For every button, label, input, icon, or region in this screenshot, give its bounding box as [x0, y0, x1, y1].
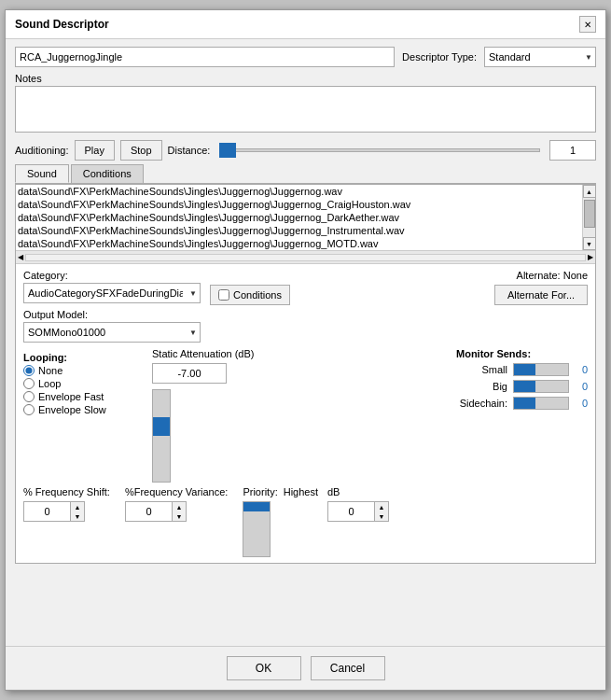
- monitor-big-slider[interactable]: [513, 380, 569, 393]
- category-select-wrapper: AudioCategorySFXFadeDuringDialogue Audio…: [23, 283, 201, 303]
- looping-atten-monitor-row: Looping: None Loop: [23, 348, 588, 483]
- cancel-button[interactable]: Cancel: [311, 656, 385, 680]
- list-item[interactable]: data\Sound\FX\PerkMachineSounds\Jingles\…: [16, 198, 582, 211]
- static-attenuation-input[interactable]: [152, 363, 227, 384]
- monitor-sends-section: Monitor Sends: Small 0 Big: [456, 348, 588, 410]
- freq-shift-section: % Frequency Shift: ▲ ▼: [23, 486, 110, 522]
- conditions-checkbox[interactable]: Conditions: [210, 285, 290, 305]
- scroll-right-arrow[interactable]: ▶: [588, 253, 593, 261]
- alternate-for-button[interactable]: Alternate For...: [494, 285, 588, 305]
- list-item[interactable]: data\Sound\FX\PerkMachineSounds\Jingles\…: [16, 185, 582, 198]
- dialog-body: Descriptor Type: Standard Ambient Music …: [6, 39, 605, 646]
- scroll-down-arrow[interactable]: ▼: [583, 237, 596, 250]
- freq-shift-up[interactable]: ▲: [71, 502, 84, 511]
- conditions-check[interactable]: [218, 289, 229, 301]
- priority-section: Priority: Highest: [243, 486, 318, 557]
- list-item[interactable]: data\Sound\FX\PerkMachineSounds\Jingles\…: [16, 211, 582, 224]
- output-model-select[interactable]: SOMMono01000 SOMStereo01000: [23, 322, 201, 343]
- freq-shift-down[interactable]: ▼: [71, 511, 84, 521]
- notes-textarea[interactable]: [15, 86, 596, 133]
- loop-loop-row: Loop: [23, 378, 145, 389]
- looping-radio-group: None Loop Envelope Fast: [23, 365, 145, 415]
- db-spinbox: ▲ ▼: [327, 501, 389, 522]
- freq-shift-arrows: ▲ ▼: [70, 501, 85, 522]
- scroll-thumb[interactable]: [584, 200, 595, 228]
- looping-section: Looping: None Loop: [23, 352, 145, 415]
- monitor-big-value: 0: [575, 381, 588, 392]
- freq-shift-spinbox: ▲ ▼: [23, 501, 110, 522]
- loop-loop-radio[interactable]: [23, 378, 35, 389]
- db-label: dB: [327, 486, 389, 497]
- monitor-small-label: Small: [456, 364, 507, 375]
- priority-slider-vertical[interactable]: [243, 501, 271, 557]
- freq-shift-label: % Frequency Shift:: [23, 486, 110, 497]
- priority-slider-thumb: [243, 502, 270, 511]
- alternate-section: Alternate: None Alternate For...: [494, 270, 588, 305]
- cat-cond-alt-row: Category: AudioCategorySFXFadeDuringDial…: [23, 270, 588, 305]
- ok-button[interactable]: OK: [227, 656, 301, 680]
- priority-db-section: Priority: Highest dB: [243, 486, 389, 557]
- conditions-label: Conditions: [233, 289, 282, 301]
- monitor-small-row: Small 0: [456, 363, 588, 376]
- auditioning-row: Auditioning: Play Stop Distance:: [15, 140, 596, 161]
- monitor-sidechain-slider[interactable]: [513, 397, 569, 410]
- atten-slider-container: [152, 389, 171, 483]
- tab-sound[interactable]: Sound: [15, 164, 69, 183]
- loop-env-slow-radio[interactable]: [23, 404, 35, 415]
- stop-button[interactable]: Stop: [120, 140, 162, 161]
- dialog-title: Sound Descriptor: [15, 18, 109, 31]
- file-list-scrollbar[interactable]: ▲ ▼: [582, 185, 595, 250]
- scroll-up-arrow[interactable]: ▲: [583, 185, 596, 198]
- monitor-big-label: Big: [456, 381, 507, 392]
- db-arrows: ▲ ▼: [374, 501, 389, 522]
- category-label: Category:: [23, 270, 201, 281]
- horizontal-scrollbar[interactable]: ◀ ▶: [16, 251, 595, 264]
- db-input[interactable]: [327, 501, 374, 522]
- monitor-small-slider[interactable]: [513, 363, 569, 376]
- freq-variance-down[interactable]: ▼: [173, 511, 186, 521]
- static-attenuation-section: Static Attenuation (dB): [152, 348, 254, 483]
- distance-input[interactable]: [549, 140, 596, 161]
- loop-none-radio[interactable]: [23, 365, 35, 376]
- descriptor-type-label: Descriptor Type:: [402, 51, 477, 63]
- loop-none-label: None: [38, 365, 62, 376]
- priority-slider-row: [243, 501, 318, 557]
- freq-variance-up[interactable]: ▲: [173, 502, 186, 511]
- atten-slider-thumb: [153, 417, 170, 436]
- descriptor-type-select[interactable]: Standard Ambient Music: [484, 47, 596, 67]
- freq-variance-spinbox: ▲ ▼: [125, 501, 228, 522]
- monitor-sidechain-row: Sidechain: 0: [456, 397, 588, 410]
- sound-name-input[interactable]: [15, 47, 395, 67]
- monitor-sidechain-fill: [514, 398, 535, 409]
- distance-label: Distance:: [168, 145, 211, 156]
- looping-label: Looping:: [23, 352, 145, 363]
- tabs-row: Sound Conditions: [15, 164, 596, 184]
- file-list: data\Sound\FX\PerkMachineSounds\Jingles\…: [16, 185, 582, 250]
- db-down[interactable]: ▼: [375, 511, 388, 521]
- panel-body: Category: AudioCategorySFXFadeDuringDial…: [16, 264, 595, 563]
- distance-slider-track[interactable]: [219, 143, 540, 158]
- scroll-left-arrow[interactable]: ◀: [18, 253, 23, 261]
- freq-variance-input[interactable]: [125, 501, 172, 522]
- conditions-section: Conditions: [210, 285, 290, 305]
- tab-conditions[interactable]: Conditions: [71, 164, 144, 183]
- category-select[interactable]: AudioCategorySFXFadeDuringDialogue Audio…: [23, 283, 201, 303]
- freq-shift-input[interactable]: [23, 501, 70, 522]
- db-up[interactable]: ▲: [375, 502, 388, 511]
- list-item[interactable]: data\Sound\FX\PerkMachineSounds\Jingles\…: [16, 224, 582, 237]
- list-item[interactable]: data\Sound\FX\PerkMachineSounds\Jingles\…: [16, 237, 582, 250]
- freq-variance-section: %Frequency Variance: ▲ ▼: [125, 486, 228, 522]
- loop-env-fast-radio[interactable]: [23, 391, 35, 402]
- output-model-label: Output Model:: [23, 309, 588, 320]
- priority-value: Highest: [284, 486, 318, 497]
- sound-descriptor-dialog: Sound Descriptor ✕ Descriptor Type: Stan…: [5, 9, 606, 691]
- scroll-track: [25, 254, 586, 261]
- play-button[interactable]: Play: [75, 140, 115, 161]
- close-button[interactable]: ✕: [579, 16, 596, 33]
- monitor-small-value: 0: [575, 364, 588, 375]
- static-attenuation-label: Static Attenuation (dB): [152, 348, 254, 359]
- priority-row: Priority: Highest: [243, 486, 318, 497]
- descriptor-type-wrapper: Standard Ambient Music: [484, 47, 596, 67]
- output-model-select-wrapper: SOMMono01000 SOMStereo01000: [23, 322, 201, 343]
- attenuation-slider-vertical[interactable]: [152, 389, 171, 483]
